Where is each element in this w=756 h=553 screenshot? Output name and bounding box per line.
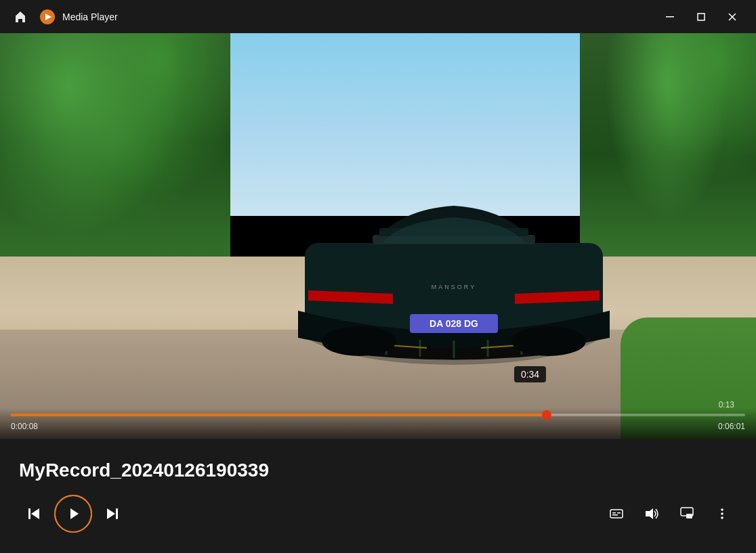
- play-button[interactable]: [54, 495, 92, 533]
- svg-rect-31: [686, 514, 692, 518]
- previous-button[interactable]: [19, 499, 49, 529]
- media-title: MyRecord_20240126190339: [19, 460, 737, 481]
- svg-marker-22: [70, 508, 79, 519]
- svg-rect-27: [617, 512, 621, 514]
- title-bar-left: Media Player: [8, 5, 648, 29]
- svg-point-17: [322, 326, 396, 356]
- svg-marker-21: [31, 508, 39, 519]
- svg-rect-24: [116, 508, 118, 519]
- miniplayer-button[interactable]: [672, 499, 702, 529]
- progress-area: 0:13 0:00:08 0:06:01: [0, 408, 756, 439]
- svg-rect-3: [698, 14, 705, 20]
- svg-marker-29: [646, 508, 653, 519]
- more-options-button[interactable]: [707, 499, 737, 529]
- time-row: 0:00:08 0:06:01: [11, 422, 745, 431]
- progress-bar[interactable]: [11, 414, 745, 416]
- total-time: 0:06:01: [718, 422, 745, 431]
- minimize-button[interactable]: [654, 6, 686, 28]
- svg-point-18: [511, 326, 586, 356]
- video-frame: DA 028 DG MANSORY 0:34 0:13 0:00:0: [0, 33, 756, 439]
- svg-rect-28: [612, 514, 618, 516]
- svg-rect-26: [612, 512, 616, 514]
- svg-point-32: [721, 508, 723, 511]
- bottom-section: MyRecord_20240126190339: [0, 439, 756, 553]
- title-bar-controls: [654, 6, 748, 28]
- tooltip-time: 0:34: [521, 369, 539, 380]
- title-bar: Media Player: [0, 0, 756, 33]
- svg-marker-23: [107, 508, 115, 519]
- video-container[interactable]: DA 028 DG MANSORY 0:34 0:13 0:00:0: [0, 33, 756, 439]
- svg-rect-20: [28, 508, 30, 519]
- captions-button[interactable]: [602, 499, 631, 529]
- car-visual: DA 028 DG MANSORY: [264, 175, 644, 378]
- svg-text:DA 028 DG: DA 028 DG: [429, 318, 478, 329]
- close-button[interactable]: [717, 6, 748, 28]
- svg-point-33: [721, 512, 723, 515]
- svg-text:MANSORY: MANSORY: [432, 284, 476, 290]
- timestamp-tooltip: 0:34: [514, 366, 546, 382]
- svg-rect-2: [666, 16, 674, 18]
- progress-thumb[interactable]: [542, 410, 551, 420]
- restore-button[interactable]: [686, 6, 717, 28]
- svg-rect-25: [610, 510, 623, 518]
- home-button[interactable]: [8, 5, 33, 29]
- current-time: 0:00:08: [11, 422, 38, 431]
- app-title: Media Player: [62, 12, 118, 22]
- hover-time: 0:13: [719, 400, 734, 410]
- progress-played: [11, 414, 547, 416]
- next-button[interactable]: [98, 499, 127, 529]
- svg-point-34: [721, 516, 723, 519]
- volume-button[interactable]: [637, 499, 667, 529]
- controls-row: [19, 495, 737, 533]
- app-icon: [39, 9, 56, 25]
